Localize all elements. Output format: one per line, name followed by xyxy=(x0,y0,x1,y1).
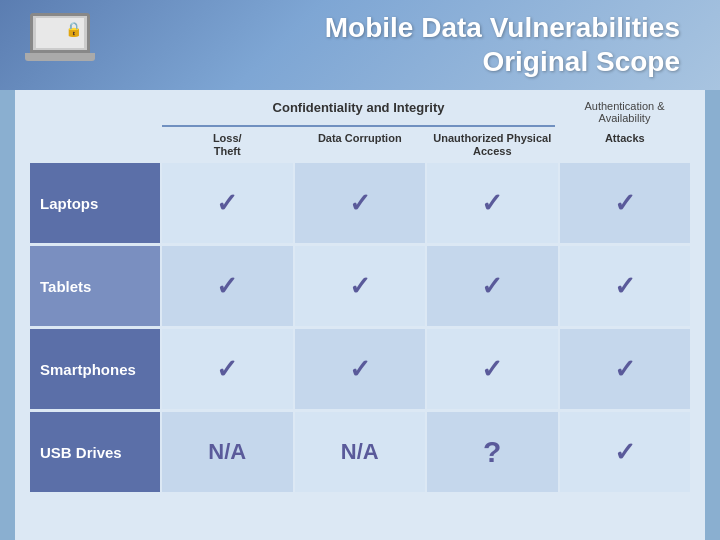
smartphones-cell-3: ✓ xyxy=(560,329,691,409)
check-icon: ✓ xyxy=(614,188,636,219)
usb-cells: N/A N/A ? ✓ xyxy=(160,412,690,492)
data-table-container: Confidentiality and Integrity Authentica… xyxy=(30,100,690,492)
check-icon: ✓ xyxy=(614,354,636,385)
column-headers-row: Loss/Theft Data Corruption Unauthorized … xyxy=(160,129,690,161)
row-label-laptops: Laptops xyxy=(30,163,160,243)
usb-cell-0: N/A xyxy=(162,412,293,492)
na-value: N/A xyxy=(341,439,379,465)
check-icon: ✓ xyxy=(216,271,238,302)
usb-cell-1: N/A xyxy=(295,412,426,492)
check-icon: ✓ xyxy=(614,437,636,468)
smartphones-cell-0: ✓ xyxy=(162,329,293,409)
laptops-cell-1: ✓ xyxy=(295,163,426,243)
question-value: ? xyxy=(483,435,501,469)
lock-icon: 🔒 xyxy=(65,21,82,37)
check-icon: ✓ xyxy=(216,188,238,219)
title-line1: Mobile Data Vulnerabilities xyxy=(325,12,680,43)
col-header-3: Attacks xyxy=(560,129,691,161)
laptops-cells: ✓ ✓ ✓ ✓ xyxy=(160,163,690,243)
left-decoration xyxy=(0,90,15,540)
laptops-cell-3: ✓ xyxy=(560,163,691,243)
right-decoration xyxy=(705,90,720,540)
tablets-cell-2: ✓ xyxy=(427,246,558,326)
tablets-cells: ✓ ✓ ✓ ✓ xyxy=(160,246,690,326)
check-icon: ✓ xyxy=(349,271,371,302)
row-label-tablets: Tablets xyxy=(30,246,160,326)
row-label-usb: USB Drives xyxy=(30,412,160,492)
data-table: Laptops ✓ ✓ ✓ ✓ Tablets ✓ ✓ ✓ ✓ xyxy=(30,163,690,492)
na-value: N/A xyxy=(208,439,246,465)
tablets-cell-3: ✓ xyxy=(560,246,691,326)
title-line2: Original Scope xyxy=(482,46,680,77)
smartphones-cells: ✓ ✓ ✓ ✓ xyxy=(160,329,690,409)
smartphones-cell-1: ✓ xyxy=(295,329,426,409)
laptops-cell-2: ✓ xyxy=(427,163,558,243)
tablets-cell-1: ✓ xyxy=(295,246,426,326)
tablets-cell-0: ✓ xyxy=(162,246,293,326)
table-row: Laptops ✓ ✓ ✓ ✓ xyxy=(30,163,690,243)
main-content: Confidentiality and Integrity Authentica… xyxy=(0,90,720,540)
auth-availability-label: Authentication & Availability xyxy=(559,100,690,127)
col-header-0: Loss/Theft xyxy=(162,129,293,161)
row-label-smartphones: Smartphones xyxy=(30,329,160,409)
table-row: USB Drives N/A N/A ? ✓ xyxy=(30,412,690,492)
check-icon: ✓ xyxy=(216,354,238,385)
logo-area: 🔒 xyxy=(10,5,110,85)
usb-cell-3: ✓ xyxy=(560,412,691,492)
col-header-2: Unauthorized Physical Access xyxy=(427,129,558,161)
smartphones-cell-2: ✓ xyxy=(427,329,558,409)
table-row: Tablets ✓ ✓ ✓ ✓ xyxy=(30,246,690,326)
check-icon: ✓ xyxy=(481,271,503,302)
usb-cell-2: ? xyxy=(427,412,558,492)
section-labels: Confidentiality and Integrity Authentica… xyxy=(30,100,690,127)
check-icon: ✓ xyxy=(349,188,371,219)
col-header-1: Data Corruption xyxy=(295,129,426,161)
check-icon: ✓ xyxy=(349,354,371,385)
check-icon: ✓ xyxy=(481,188,503,219)
laptop-icon: 🔒 xyxy=(20,13,100,78)
table-row: Smartphones ✓ ✓ ✓ ✓ xyxy=(30,329,690,409)
header-title: Mobile Data Vulnerabilities Original Sco… xyxy=(325,11,680,78)
laptops-cell-0: ✓ xyxy=(162,163,293,243)
check-icon: ✓ xyxy=(481,354,503,385)
check-icon: ✓ xyxy=(614,271,636,302)
conf-integrity-label: Confidentiality and Integrity xyxy=(162,100,555,127)
page-header: 🔒 Mobile Data Vulnerabilities Original S… xyxy=(0,0,720,90)
